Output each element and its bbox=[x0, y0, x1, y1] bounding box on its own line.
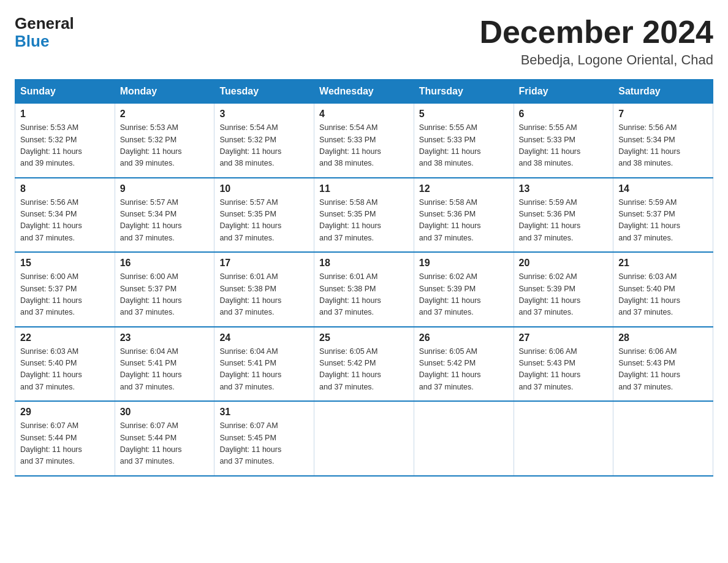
week-row-2: 8Sunrise: 5:56 AMSunset: 5:34 PMDaylight… bbox=[15, 178, 713, 253]
day-number: 14 bbox=[618, 183, 708, 194]
weekday-header-wednesday: Wednesday bbox=[314, 80, 414, 104]
week-row-1: 1Sunrise: 5:53 AMSunset: 5:32 PMDaylight… bbox=[15, 104, 713, 178]
logo: General Blue bbox=[15, 15, 74, 50]
day-info: Sunrise: 5:55 AMSunset: 5:33 PMDaylight:… bbox=[519, 122, 609, 170]
day-number: 30 bbox=[120, 407, 210, 418]
day-info: Sunrise: 6:05 AMSunset: 5:42 PMDaylight:… bbox=[319, 346, 409, 394]
day-info: Sunrise: 6:03 AMSunset: 5:40 PMDaylight:… bbox=[20, 346, 110, 394]
calendar-cell: 9Sunrise: 5:57 AMSunset: 5:34 PMDaylight… bbox=[115, 178, 214, 253]
day-info: Sunrise: 5:58 AMSunset: 5:35 PMDaylight:… bbox=[319, 197, 409, 245]
calendar-cell: 19Sunrise: 6:02 AMSunset: 5:39 PMDayligh… bbox=[414, 252, 514, 327]
day-info: Sunrise: 6:07 AMSunset: 5:45 PMDaylight:… bbox=[219, 420, 309, 468]
day-info: Sunrise: 6:01 AMSunset: 5:38 PMDaylight:… bbox=[319, 271, 409, 319]
calendar-cell: 23Sunrise: 6:04 AMSunset: 5:41 PMDayligh… bbox=[115, 327, 214, 402]
day-info: Sunrise: 6:07 AMSunset: 5:44 PMDaylight:… bbox=[120, 420, 210, 468]
day-number: 8 bbox=[20, 183, 110, 194]
day-number: 23 bbox=[120, 332, 210, 343]
calendar-cell: 30Sunrise: 6:07 AMSunset: 5:44 PMDayligh… bbox=[115, 401, 214, 476]
day-number: 20 bbox=[519, 258, 609, 269]
day-info: Sunrise: 6:01 AMSunset: 5:38 PMDaylight:… bbox=[219, 271, 309, 319]
day-number: 22 bbox=[20, 332, 110, 343]
day-info: Sunrise: 5:59 AMSunset: 5:36 PMDaylight:… bbox=[519, 197, 609, 245]
day-info: Sunrise: 5:57 AMSunset: 5:34 PMDaylight:… bbox=[120, 197, 210, 245]
logo-general-text: General bbox=[15, 15, 74, 33]
calendar-cell: 12Sunrise: 5:58 AMSunset: 5:36 PMDayligh… bbox=[414, 178, 514, 253]
day-info: Sunrise: 5:56 AMSunset: 5:34 PMDaylight:… bbox=[20, 197, 110, 245]
calendar-cell: 27Sunrise: 6:06 AMSunset: 5:43 PMDayligh… bbox=[514, 327, 613, 402]
day-number: 6 bbox=[519, 109, 609, 120]
calendar-cell: 17Sunrise: 6:01 AMSunset: 5:38 PMDayligh… bbox=[214, 252, 314, 327]
logo-blue-text: Blue bbox=[15, 33, 49, 50]
calendar-cell bbox=[414, 401, 514, 476]
month-title: December 2024 bbox=[479, 15, 713, 50]
day-number: 1 bbox=[20, 109, 110, 120]
day-info: Sunrise: 6:07 AMSunset: 5:44 PMDaylight:… bbox=[20, 420, 110, 468]
day-info: Sunrise: 6:02 AMSunset: 5:39 PMDaylight:… bbox=[419, 271, 509, 319]
day-number: 15 bbox=[20, 258, 110, 269]
day-number: 29 bbox=[20, 407, 110, 418]
calendar-cell: 1Sunrise: 5:53 AMSunset: 5:32 PMDaylight… bbox=[15, 104, 115, 178]
weekday-header-sunday: Sunday bbox=[15, 80, 115, 104]
calendar-cell: 22Sunrise: 6:03 AMSunset: 5:40 PMDayligh… bbox=[15, 327, 115, 402]
day-number: 16 bbox=[120, 258, 210, 269]
day-number: 4 bbox=[319, 109, 409, 120]
location-title: Bebedja, Logone Oriental, Chad bbox=[479, 52, 713, 68]
day-number: 3 bbox=[219, 109, 309, 120]
weekday-header-friday: Friday bbox=[514, 80, 613, 104]
calendar-cell: 21Sunrise: 6:03 AMSunset: 5:40 PMDayligh… bbox=[613, 252, 713, 327]
day-info: Sunrise: 5:59 AMSunset: 5:37 PMDaylight:… bbox=[618, 197, 708, 245]
calendar-cell: 14Sunrise: 5:59 AMSunset: 5:37 PMDayligh… bbox=[613, 178, 713, 253]
calendar-cell: 29Sunrise: 6:07 AMSunset: 5:44 PMDayligh… bbox=[15, 401, 115, 476]
day-info: Sunrise: 5:54 AMSunset: 5:32 PMDaylight:… bbox=[219, 122, 309, 170]
calendar-cell: 3Sunrise: 5:54 AMSunset: 5:32 PMDaylight… bbox=[214, 104, 314, 178]
day-info: Sunrise: 5:56 AMSunset: 5:34 PMDaylight:… bbox=[618, 122, 708, 170]
day-number: 26 bbox=[419, 332, 509, 343]
day-info: Sunrise: 6:02 AMSunset: 5:39 PMDaylight:… bbox=[519, 271, 609, 319]
calendar-cell bbox=[613, 401, 713, 476]
day-info: Sunrise: 6:03 AMSunset: 5:40 PMDaylight:… bbox=[618, 271, 708, 319]
calendar-cell: 4Sunrise: 5:54 AMSunset: 5:33 PMDaylight… bbox=[314, 104, 414, 178]
day-number: 19 bbox=[419, 258, 509, 269]
day-number: 17 bbox=[219, 258, 309, 269]
day-number: 7 bbox=[618, 109, 708, 120]
calendar-cell: 15Sunrise: 6:00 AMSunset: 5:37 PMDayligh… bbox=[15, 252, 115, 327]
week-row-5: 29Sunrise: 6:07 AMSunset: 5:44 PMDayligh… bbox=[15, 401, 713, 476]
weekday-header-saturday: Saturday bbox=[613, 80, 713, 104]
week-row-3: 15Sunrise: 6:00 AMSunset: 5:37 PMDayligh… bbox=[15, 252, 713, 327]
calendar-cell: 18Sunrise: 6:01 AMSunset: 5:38 PMDayligh… bbox=[314, 252, 414, 327]
calendar-cell: 16Sunrise: 6:00 AMSunset: 5:37 PMDayligh… bbox=[115, 252, 214, 327]
weekday-header-monday: Monday bbox=[115, 80, 214, 104]
page-header: General Blue December 2024 Bebedja, Logo… bbox=[15, 15, 713, 68]
day-info: Sunrise: 6:04 AMSunset: 5:41 PMDaylight:… bbox=[219, 346, 309, 394]
week-row-4: 22Sunrise: 6:03 AMSunset: 5:40 PMDayligh… bbox=[15, 327, 713, 402]
calendar-cell: 10Sunrise: 5:57 AMSunset: 5:35 PMDayligh… bbox=[214, 178, 314, 253]
weekday-header-thursday: Thursday bbox=[414, 80, 514, 104]
day-number: 27 bbox=[519, 332, 609, 343]
weekday-header-tuesday: Tuesday bbox=[214, 80, 314, 104]
day-number: 9 bbox=[120, 183, 210, 194]
calendar-cell: 25Sunrise: 6:05 AMSunset: 5:42 PMDayligh… bbox=[314, 327, 414, 402]
day-info: Sunrise: 6:00 AMSunset: 5:37 PMDaylight:… bbox=[20, 271, 110, 319]
day-info: Sunrise: 5:53 AMSunset: 5:32 PMDaylight:… bbox=[120, 122, 210, 170]
calendar-cell: 13Sunrise: 5:59 AMSunset: 5:36 PMDayligh… bbox=[514, 178, 613, 253]
day-info: Sunrise: 5:58 AMSunset: 5:36 PMDaylight:… bbox=[419, 197, 509, 245]
calendar-cell: 5Sunrise: 5:55 AMSunset: 5:33 PMDaylight… bbox=[414, 104, 514, 178]
calendar-cell: 11Sunrise: 5:58 AMSunset: 5:35 PMDayligh… bbox=[314, 178, 414, 253]
day-info: Sunrise: 6:06 AMSunset: 5:43 PMDaylight:… bbox=[519, 346, 609, 394]
day-number: 5 bbox=[419, 109, 509, 120]
day-number: 18 bbox=[319, 258, 409, 269]
day-info: Sunrise: 6:06 AMSunset: 5:43 PMDaylight:… bbox=[618, 346, 708, 394]
day-info: Sunrise: 6:05 AMSunset: 5:42 PMDaylight:… bbox=[419, 346, 509, 394]
day-number: 25 bbox=[319, 332, 409, 343]
day-number: 10 bbox=[219, 183, 309, 194]
calendar-cell: 20Sunrise: 6:02 AMSunset: 5:39 PMDayligh… bbox=[514, 252, 613, 327]
calendar-cell: 2Sunrise: 5:53 AMSunset: 5:32 PMDaylight… bbox=[115, 104, 214, 178]
day-number: 12 bbox=[419, 183, 509, 194]
calendar-cell bbox=[314, 401, 414, 476]
day-number: 2 bbox=[120, 109, 210, 120]
day-number: 28 bbox=[618, 332, 708, 343]
calendar-cell: 8Sunrise: 5:56 AMSunset: 5:34 PMDaylight… bbox=[15, 178, 115, 253]
day-number: 11 bbox=[319, 183, 409, 194]
day-info: Sunrise: 5:55 AMSunset: 5:33 PMDaylight:… bbox=[419, 122, 509, 170]
calendar-cell: 28Sunrise: 6:06 AMSunset: 5:43 PMDayligh… bbox=[613, 327, 713, 402]
